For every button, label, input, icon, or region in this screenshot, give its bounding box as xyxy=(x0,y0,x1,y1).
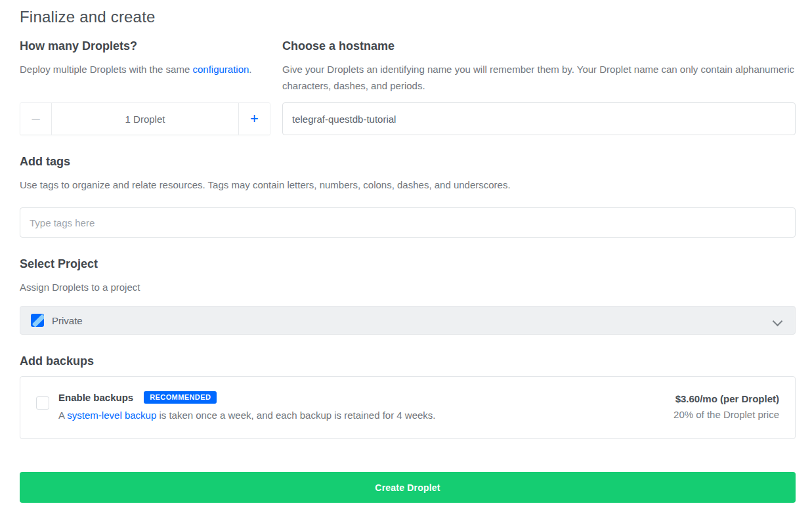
tags-heading: Add tags xyxy=(20,155,796,169)
tags-section: Add tags Use tags to organize and relate… xyxy=(20,155,796,238)
project-description: Assign Droplets to a project xyxy=(20,279,796,295)
enable-backups-label: Enable backups xyxy=(58,392,133,403)
backups-section: Add backups Enable backups RECOMMENDED A… xyxy=(20,354,796,439)
backups-description: A system-level backup is taken once a we… xyxy=(58,408,673,423)
configuration-link[interactable]: configuration xyxy=(192,64,249,75)
project-icon xyxy=(31,314,44,327)
backups-card-main: Enable backups RECOMMENDED A system-leve… xyxy=(58,391,673,423)
tags-description: Use tags to organize and relate resource… xyxy=(20,177,796,193)
hostname-header: Choose a hostname Give your Droplets an … xyxy=(282,39,796,102)
project-select[interactable]: Private xyxy=(20,306,796,335)
project-heading: Select Project xyxy=(20,257,796,271)
recommended-badge: RECOMMENDED xyxy=(144,391,217,404)
tags-input[interactable] xyxy=(20,207,796,238)
hostname-input[interactable] xyxy=(282,102,796,135)
droplet-count-stepper: – 1 Droplet + xyxy=(20,102,270,135)
page-title: Finalize and create xyxy=(20,8,796,26)
droplet-count-section: How many Droplets? Deploy multiple Dropl… xyxy=(20,39,270,135)
droplet-count-heading: How many Droplets? xyxy=(20,39,270,53)
finalize-and-create-page: Finalize and create How many Droplets? D… xyxy=(0,0,812,503)
decrement-droplets-button[interactable]: – xyxy=(20,103,52,135)
hostname-section: Choose a hostname Give your Droplets an … xyxy=(282,39,796,135)
system-level-backup-link[interactable]: system-level backup xyxy=(67,410,156,421)
droplet-count-desc-suffix: . xyxy=(249,64,251,75)
backups-card: Enable backups RECOMMENDED A system-leve… xyxy=(20,376,796,439)
droplet-count-description: Deploy multiple Droplets with the same c… xyxy=(20,61,270,77)
increment-droplets-button[interactable]: + xyxy=(238,103,270,135)
backups-price: $3.60/mo (per Droplet) xyxy=(673,391,779,407)
droplet-count-desc-prefix: Deploy multiple Droplets with the same xyxy=(20,64,192,75)
top-row: How many Droplets? Deploy multiple Dropl… xyxy=(20,39,796,135)
hostname-heading: Choose a hostname xyxy=(282,39,796,53)
create-droplet-button[interactable]: Create Droplet xyxy=(20,472,796,503)
enable-backups-checkbox[interactable] xyxy=(36,396,49,410)
project-section: Select Project Assign Droplets to a proj… xyxy=(20,257,796,335)
droplet-count-value: 1 Droplet xyxy=(52,103,238,135)
backups-price-block: $3.60/mo (per Droplet) 20% of the Drople… xyxy=(673,391,779,423)
backups-desc-suffix: is taken once a week, and each backup is… xyxy=(156,410,435,421)
project-icon-stripe xyxy=(32,314,44,327)
droplet-count-header: How many Droplets? Deploy multiple Dropl… xyxy=(20,39,270,102)
backups-price-note: 20% of the Droplet price xyxy=(673,407,779,423)
backups-heading: Add backups xyxy=(20,354,796,368)
backups-desc-prefix: A xyxy=(58,410,67,421)
backups-title-row: Enable backups RECOMMENDED xyxy=(58,391,673,404)
chevron-down-icon xyxy=(774,316,782,324)
hostname-description: Give your Droplets an identifying name y… xyxy=(282,61,796,94)
project-selected-value: Private xyxy=(52,315,774,326)
